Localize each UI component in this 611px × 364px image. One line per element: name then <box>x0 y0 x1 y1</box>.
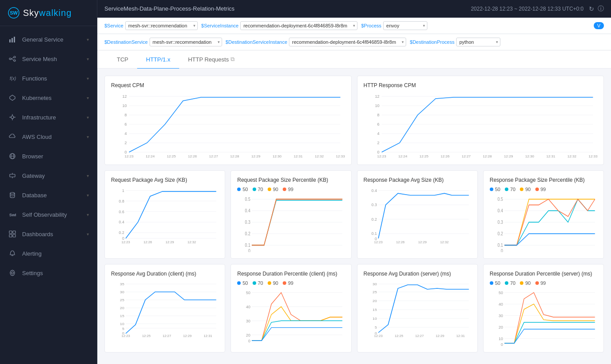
svg-text:0.5: 0.5 <box>245 197 250 202</box>
svg-text:30: 30 <box>120 290 124 294</box>
svg-text:12-28: 12-28 <box>251 158 261 158</box>
chart-resp-dur-pct-server: Response Duration Percentile (server) (m… <box>483 264 604 353</box>
cloud-icon <box>8 132 17 141</box>
svg-text:12-28: 12-28 <box>142 337 151 338</box>
chart-resp-avg-dur-server-svg: 30 25 20 15 10 5 0 12:23 12:25 12:27 12:… <box>364 280 471 338</box>
sidebar-item-general-service[interactable]: General Service ▾ <box>0 30 97 49</box>
copy-icon[interactable]: ⧉ <box>231 56 234 63</box>
sidebar-item-infrastructure-label: Infrastructure <box>22 114 56 121</box>
svg-text:SW: SW <box>10 10 18 15</box>
svg-text:0.8: 0.8 <box>119 199 124 203</box>
dest-service-label: $DestinationService <box>104 39 148 45</box>
svg-text:12: 12 <box>122 94 127 99</box>
svg-text:12-28: 12-28 <box>204 337 212 338</box>
sidebar-item-service-mesh[interactable]: Service Mesh ▾ <box>0 49 97 69</box>
tab-tcp[interactable]: TCP <box>108 51 137 69</box>
dest-service-select[interactable]: mesh-svr::recommendation <box>150 38 222 46</box>
svg-text:12-28: 12-28 <box>183 337 192 338</box>
chart-req-pkg-pct-title: Request Package Size Percentile (KB) <box>237 177 345 183</box>
mesh-icon <box>8 54 17 63</box>
charts-row-3: Response Avg Duration (client) (ms) 35 3… <box>104 264 604 353</box>
svg-text:0.4: 0.4 <box>497 208 503 214</box>
sidebar-item-service-mesh-label: Service Mesh <box>22 56 57 62</box>
page-title: ServiceMesh-Data-Plane-Process-Relation-… <box>104 5 234 12</box>
refresh-icon[interactable]: ↻ <box>589 5 594 12</box>
chart-http-response-cpm: HTTP Response CPM 12 10 8 6 4 <box>357 76 604 165</box>
svg-text:10: 10 <box>373 316 377 320</box>
sidebar-item-general-service-label: General Service <box>22 36 63 43</box>
chevron-down-icon: ▾ <box>87 96 89 100</box>
svg-text:12-28: 12-28 <box>483 158 492 158</box>
svg-text:30: 30 <box>373 282 377 286</box>
charts-container: Request CPM 12 10 8 6 <box>97 69 611 360</box>
info-icon[interactable]: ⓘ <box>598 5 604 13</box>
svg-text:50: 50 <box>499 291 503 295</box>
sidebar-item-gateway[interactable]: Gateway ▾ <box>0 166 97 185</box>
dest-service-instance-select[interactable]: recommendation-deployment-6c4f846859-l8r… <box>289 38 406 46</box>
svg-text:12-28: 12-28 <box>230 158 239 158</box>
service-instance-filter-group: $ServiceInstance recommendation-deployme… <box>201 21 357 30</box>
process-select-wrapper: envoy <box>383 21 427 30</box>
dest-service-instance-select-wrapper: recommendation-deployment-6c4f846859-l8r… <box>289 38 406 46</box>
chart-request-cpm: Request CPM 12 10 8 6 <box>104 76 352 165</box>
service-select[interactable]: mesh-svr::recommendation <box>125 21 198 30</box>
chart-req-pkg-avg: Request Package Avg Size (KB) 1 0.8 0.6 … <box>104 170 225 259</box>
svg-text:0.1: 0.1 <box>245 243 250 248</box>
chart-resp-avg-dur-client-title: Response Avg Duration (client) (ms) <box>111 271 219 277</box>
dest-service-instance-label: $DestinationServiceInstance <box>226 39 287 45</box>
resp-dur-pct-client-legend: 50 70 90 99 <box>237 280 345 286</box>
req-pkg-pct-legend: 50 70 90 99 <box>237 187 345 192</box>
svg-text:12: 12 <box>375 94 379 99</box>
svg-point-32 <box>12 272 14 274</box>
logo-text: Skywalking <box>23 8 72 18</box>
database-icon <box>8 191 17 199</box>
service-instance-select[interactable]: recommendation-deployment-6c4f846859-l8r… <box>240 21 357 30</box>
chart-resp-avg-dur-client: Response Avg Duration (client) (ms) 35 3… <box>104 264 225 353</box>
toggle-v-button[interactable]: V <box>594 22 604 29</box>
svg-text:6: 6 <box>124 122 127 126</box>
main-area: ServiceMesh-Data-Plane-Process-Relation-… <box>97 0 611 364</box>
bar-chart-icon <box>8 35 17 44</box>
dest-process-label: $DestinationProcess <box>410 39 454 45</box>
sidebar-item-self-observability[interactable]: SwP Self Observability ▾ <box>0 205 97 224</box>
chevron-down-icon: ▾ <box>87 173 89 178</box>
svg-text:15: 15 <box>120 314 124 318</box>
sidebar-item-alerting-label: Alerting <box>22 250 42 257</box>
tab-http-requests[interactable]: HTTP Requests ⧉ <box>179 50 243 69</box>
sidebar-item-dashboards[interactable]: Dashboards ▾ <box>0 224 97 244</box>
gateway-icon <box>8 171 17 180</box>
svg-rect-26 <box>13 231 15 234</box>
chart-req-pkg-avg-svg: 1 0.8 0.6 0.4 0.2 0 12:23 12:26 12:29 12… <box>111 187 219 244</box>
svg-text:0.4: 0.4 <box>119 220 124 224</box>
charts-row-1: Request CPM 12 10 8 6 <box>104 76 604 165</box>
resp-dur-pct-server-legend: 50 70 90 99 <box>490 280 597 286</box>
svg-text:12-28: 12-28 <box>377 158 386 158</box>
bell-icon <box>8 249 17 258</box>
svg-text:12-28: 12-28 <box>394 337 403 338</box>
sidebar-item-browser[interactable]: Browser <box>0 146 97 166</box>
svg-text:12-28: 12-28 <box>440 243 449 244</box>
sidebar-item-settings[interactable]: Settings <box>0 263 97 283</box>
tab-http1x[interactable]: HTTP/1.x <box>137 51 179 69</box>
chart-resp-dur-pct-client-title: Response Duration Percentile (client) (m… <box>237 271 345 277</box>
svg-text:12:33: 12:33 <box>338 345 345 346</box>
process-filter-group: $Process envoy <box>361 21 427 30</box>
infrastructure-icon <box>8 113 17 122</box>
chevron-down-icon: ▾ <box>87 134 89 139</box>
svg-text:0.3: 0.3 <box>497 220 503 225</box>
sidebar-item-kubernetes[interactable]: Kubernetes ▾ <box>0 88 97 107</box>
filter-bar-row2: $DestinationService mesh-svr::recommenda… <box>97 34 611 50</box>
svg-text:12-28: 12-28 <box>162 337 171 338</box>
dest-process-select[interactable]: python <box>456 38 500 46</box>
process-select[interactable]: envoy <box>383 21 427 30</box>
svg-text:12-28: 12-28 <box>188 158 197 158</box>
svg-text:0: 0 <box>377 150 379 154</box>
sidebar-item-aws-cloud[interactable]: AWS Cloud ▾ <box>0 127 97 146</box>
svg-text:12-28: 12-28 <box>440 158 450 158</box>
sidebar-item-alerting[interactable]: Alerting <box>0 244 97 263</box>
sidebar-item-infrastructure[interactable]: Infrastructure ▾ <box>0 107 97 127</box>
svg-text:0.4: 0.4 <box>371 188 377 193</box>
svg-text:25: 25 <box>120 298 124 302</box>
sidebar-item-database[interactable]: Database ▾ <box>0 185 97 205</box>
sidebar-item-functions[interactable]: f(x) Functions ▾ <box>0 69 97 88</box>
